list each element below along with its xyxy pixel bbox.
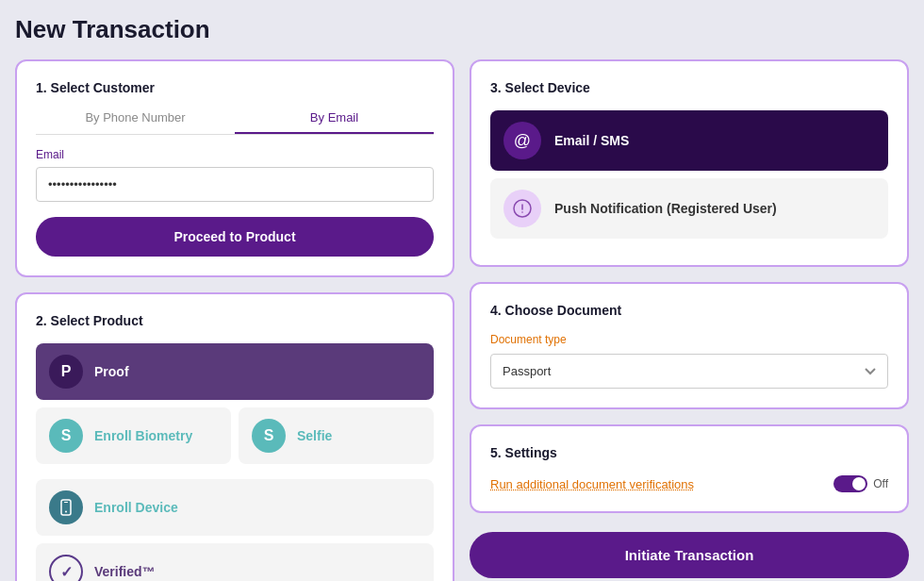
enroll-device-label: Enroll Device [94, 500, 178, 515]
push-notification-label: Push Notification (Registered User) [554, 201, 777, 216]
sub-products-row: S Enroll Biometry S Selfie [36, 407, 434, 472]
product-enroll-biometry[interactable]: S Enroll Biometry [36, 407, 231, 464]
section3-title: 3. Select Device [490, 80, 888, 95]
verified-label: Verified™ [94, 564, 156, 579]
selfie-label: Selfie [297, 428, 332, 443]
push-notification-icon [503, 190, 541, 227]
section4-title: 4. Choose Document [490, 303, 888, 318]
settings-row: Run additional document verifications Of… [490, 475, 888, 492]
doc-type-select[interactable]: Passport Driver's License National ID [490, 354, 888, 389]
settings-doc-verification-label: Run additional document verifications [490, 477, 694, 491]
section-select-product: 2. Select Product P Proof S Enroll Biome… [15, 292, 454, 581]
device-push-notification[interactable]: Push Notification (Registered User) [490, 178, 888, 239]
product-proof[interactable]: P Proof [36, 343, 434, 400]
doc-type-label: Document type [490, 333, 888, 346]
email-label: Email [36, 148, 434, 161]
initiate-wrapper: Initiate Transaction [470, 532, 909, 578]
selfie-icon: S [252, 419, 286, 453]
enroll-device-icon [49, 490, 83, 524]
toggle-doc-verification[interactable]: Off [833, 475, 888, 492]
verified-icon: ✓ [49, 555, 83, 581]
section1-title: 1. Select Customer [36, 80, 434, 95]
section2-title: 2. Select Product [36, 313, 434, 328]
product-enroll-device[interactable]: Enroll Device [36, 479, 434, 536]
email-sms-icon: @ [503, 122, 541, 159]
svg-point-4 [521, 211, 523, 213]
section5-title: 5. Settings [490, 445, 888, 460]
section-select-device: 3. Select Device @ Email / SMS Push Noti… [470, 59, 909, 267]
initiate-transaction-button[interactable]: Initiate Transaction [470, 532, 909, 578]
email-sms-label: Email / SMS [554, 133, 629, 148]
enroll-biometry-label: Enroll Biometry [94, 428, 192, 443]
proof-icon: P [49, 355, 83, 389]
section-choose-document: 4. Choose Document Document type Passpor… [470, 282, 909, 409]
enroll-biometry-icon: S [49, 419, 83, 453]
tab-by-email[interactable]: By Email [235, 110, 434, 134]
toggle-state-label: Off [873, 477, 888, 490]
svg-point-1 [65, 511, 67, 513]
product-selfie[interactable]: S Selfie [239, 407, 434, 464]
device-email-sms[interactable]: @ Email / SMS [490, 110, 888, 171]
toggle-thumb [852, 477, 866, 490]
svg-rect-2 [64, 502, 68, 503]
customer-tabs: By Phone Number By Email [36, 110, 434, 135]
page-title: New Transaction [15, 15, 909, 44]
proof-label: Proof [94, 364, 129, 379]
tab-by-phone[interactable]: By Phone Number [36, 110, 235, 134]
proceed-to-product-button[interactable]: Proceed to Product [36, 217, 434, 257]
section-settings: 5. Settings Run additional document veri… [470, 424, 909, 513]
email-input[interactable] [36, 167, 434, 202]
product-verified[interactable]: ✓ Verified™ [36, 543, 434, 581]
section-select-customer: 1. Select Customer By Phone Number By Em… [15, 59, 454, 277]
toggle-track [833, 475, 867, 492]
